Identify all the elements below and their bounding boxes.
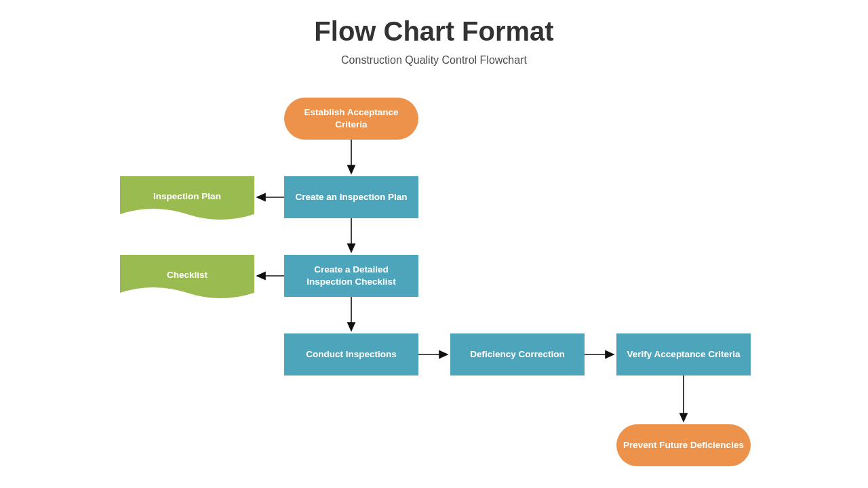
node-create-inspection-plan: Create an Inspection Plan <box>284 176 418 218</box>
node-doc-checklist: Checklist <box>120 255 254 302</box>
doc-label-inspection-plan: Inspection Plan <box>120 176 254 216</box>
node-establish-criteria: Establish Acceptance Criteria <box>284 98 418 140</box>
page-subtitle: Construction Quality Control Flowchart <box>0 54 868 66</box>
page-title: Flow Chart Format <box>0 16 868 47</box>
node-prevent-deficiencies: Prevent Future Deficiencies <box>616 424 751 466</box>
node-conduct-inspections: Conduct Inspections <box>284 333 418 375</box>
node-create-checklist: Create a Detailed Inspection Checklist <box>284 255 418 297</box>
node-deficiency-correction: Deficiency Correction <box>450 333 585 375</box>
doc-label-checklist: Checklist <box>120 255 254 294</box>
node-doc-inspection-plan: Inspection Plan <box>120 176 254 224</box>
node-verify-criteria: Verify Acceptance Criteria <box>616 333 751 375</box>
flow-arrows <box>0 0 868 488</box>
